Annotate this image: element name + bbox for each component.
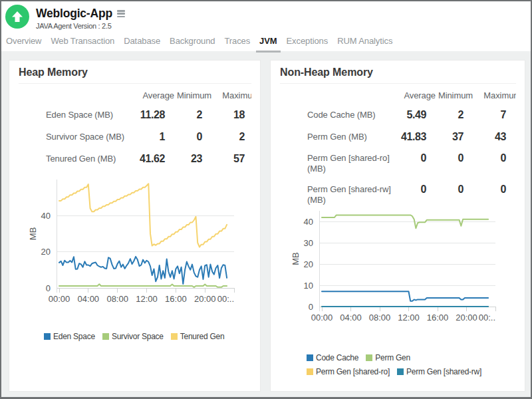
svg-text:04:00: 04:00 [340,313,362,323]
legend-label: Perm Gen [shared-rw] [406,367,481,376]
cell-maximum: 43 [473,131,516,143]
up-arrow-icon [11,11,23,23]
divider [280,83,516,84]
table-row-eden-space: Eden Space (MB) 11.28 2 18 [19,104,251,126]
content-area: Heap Memory Average Minimum Maximum Eden… [0,51,531,396]
cell-average: 1 [137,131,174,143]
svg-text:10: 10 [304,281,313,291]
legend-item-perm-gen-shared-rw[interactable]: Perm Gen [shared-rw] [397,367,481,376]
cell-minimum: 23 [174,153,211,165]
table-row-tenured-gen: Tenured Gen (MB) 41.62 23 57 [19,148,251,170]
cell-minimum: 0 [436,153,473,164]
heap-chart-legend: Eden Space Survivor Space Tenured Gen [44,332,231,346]
tab-database[interactable]: Database [124,33,160,53]
tab-background[interactable]: Background [170,33,215,53]
svg-text:40: 40 [304,217,313,227]
agent-version-label: JAVA Agent Version : 2.5 [36,22,111,30]
svg-text:40: 40 [41,211,51,221]
table-row-perm-gen-shared-ro: Perm Gen [shared-ro](MB) 0 0 0 [280,148,516,179]
table-header-row: Average Minimum Maximum [280,86,516,104]
row-label: Survivor Space (MB) [19,132,137,142]
svg-text:20:00: 20:00 [194,294,216,304]
svg-text:12:00: 12:00 [136,294,158,304]
cell-maximum: 2 [211,131,251,143]
cell-average: 41.83 [398,131,436,143]
svg-text:0: 0 [46,283,51,293]
legend-swatch-perm-gen [366,354,372,361]
legend-item-eden-space[interactable]: Eden Space [44,332,95,341]
legend-label: Code Cache [316,353,358,362]
legend-item-perm-gen-shared-ro[interactable]: Perm Gen [shared-ro] [307,367,390,376]
svg-text:20: 20 [41,247,51,257]
non-heap-memory-panel: Non-Heap Memory Average Minimum Maximum … [270,60,525,392]
heap-memory-chart: 0204000:0004:0008:0012:0016:0020:0000:..… [18,175,251,308]
non-heap-memory-chart: 01020304000:0004:0008:0012:0016:0020:000… [279,194,516,330]
hamburger-menu-icon[interactable] [117,10,125,19]
tab-jvm[interactable]: JVM [256,33,280,53]
non-heap-stat-table: Average Minimum Maximum Code Cache (MB) … [280,86,516,210]
svg-text:16:00: 16:00 [165,294,187,304]
svg-text:08:00: 08:00 [106,294,128,304]
status-up-icon [5,5,29,29]
legend-item-code-cache[interactable]: Code Cache [307,353,358,362]
table-header-row: Average Minimum Maximum [19,86,251,104]
legend-label: Perm Gen [shared-ro] [316,367,390,376]
legend-swatch-tenured-gen [171,333,178,340]
tab-web-transaction[interactable]: Web Transaction [51,33,114,53]
app-window: Weblogic-App JAVA Agent Version : 2.5 Ov… [0,0,532,399]
svg-text:00:00: 00:00 [49,294,70,304]
cell-maximum: 0 [473,153,516,164]
tab-traces[interactable]: Traces [224,33,250,53]
tab-rum-analytics[interactable]: RUM Analytics [337,33,392,53]
legend-item-perm-gen[interactable]: Perm Gen [366,353,410,362]
cell-average: 0 [398,153,436,164]
legend-label: Tenured Gen [180,332,225,341]
tab-overview[interactable]: Overview [6,33,41,53]
svg-text:MB: MB [291,252,301,265]
svg-text:MB: MB [28,227,38,241]
svg-text:0: 0 [309,302,313,312]
legend-item-tenured-gen[interactable]: Tenured Gen [171,332,225,341]
legend-item-survivor-space[interactable]: Survivor Space [102,332,164,341]
cell-maximum: 7 [473,109,516,121]
legend-swatch-survivor-space [102,333,109,340]
svg-text:04:00: 04:00 [78,294,100,304]
divider [19,83,251,84]
page-title: Weblogic-App [36,7,112,21]
legend-swatch-code-cache [307,354,313,361]
cell-minimum: 0 [174,131,211,143]
cell-minimum: 2 [436,109,473,121]
cell-minimum: 37 [436,131,473,143]
table-row-survivor-space: Survivor Space (MB) 1 0 2 [19,126,251,148]
legend-label: Eden Space [53,332,95,341]
legend-swatch-eden-space [44,333,51,340]
cell-maximum: 57 [211,153,251,165]
panel-title-non-heap: Non-Heap Memory [280,66,373,78]
svg-text:00:..: 00:.. [479,313,495,323]
cell-average: 41.62 [137,153,174,165]
tab-bar: Overview Web Transaction Database Backgr… [6,33,402,53]
svg-text:00:..: 00:.. [217,294,234,304]
svg-text:12:00: 12:00 [398,313,420,323]
col-header-minimum: Minimum [174,90,211,100]
cell-average: 11.28 [137,109,174,121]
svg-text:00:00: 00:00 [311,313,333,323]
cell-minimum: 2 [174,109,211,121]
svg-text:30: 30 [304,238,313,248]
col-header-maximum: Maximum [473,90,516,100]
svg-text:16:00: 16:00 [427,313,449,323]
non-heap-chart-legend: Code Cache Perm Gen Perm Gen [shared-ro] [307,353,489,381]
row-label: Perm Gen (MB) [280,132,398,142]
svg-text:20: 20 [304,259,313,269]
row-label: Code Cache (MB) [280,110,398,120]
table-row-perm-gen: Perm Gen (MB) 41.83 37 43 [280,126,516,148]
col-header-average: Average [137,90,174,100]
cell-maximum: 18 [211,109,251,121]
col-header-maximum: Maximum [211,90,251,100]
col-header-minimum: Minimum [436,90,473,100]
row-label: Eden Space (MB) [19,110,137,120]
svg-text:08:00: 08:00 [369,313,391,323]
tab-exceptions[interactable]: Exceptions [287,33,329,53]
heap-stat-table: Average Minimum Maximum Eden Space (MB) … [19,86,251,170]
legend-label: Perm Gen [375,353,410,362]
